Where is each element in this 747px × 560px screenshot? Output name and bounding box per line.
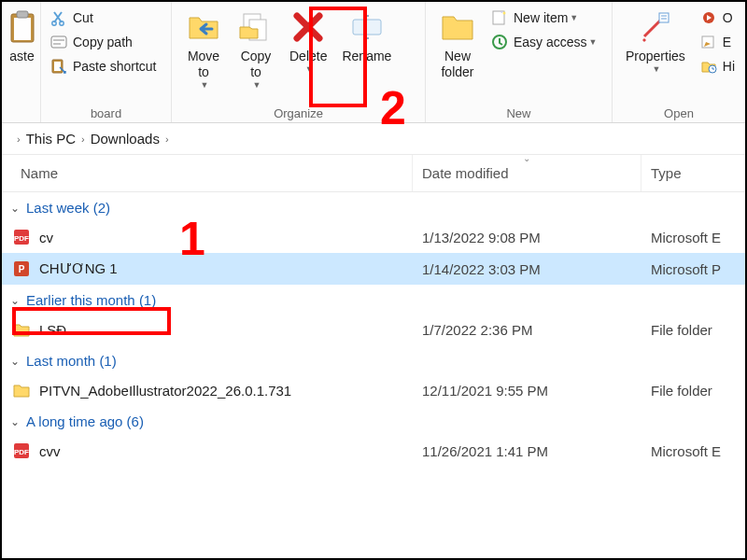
column-header-type[interactable]: Type — [641, 155, 745, 191]
dropdown-caret-icon: ▼ — [568, 13, 578, 22]
file-date: 1/14/2022 3:03 PM — [413, 261, 641, 277]
file-date: 11/26/2021 1:41 PM — [413, 443, 641, 459]
svg-point-12 — [503, 12, 506, 15]
group-label: A long time ago (6) — [26, 413, 144, 429]
properties-button[interactable]: Properties ▼ — [618, 6, 693, 77]
new-folder-label: New folder — [441, 49, 473, 80]
rename-label: Rename — [342, 49, 391, 64]
move-to-icon — [185, 7, 222, 47]
svg-rect-5 — [51, 36, 66, 48]
history-label: Hi — [723, 59, 735, 74]
new-group: New folder New item ▼ Easy access ▼ — [426, 2, 613, 122]
group-header[interactable]: ⌄Earlier this month (1) — [2, 285, 745, 314]
file-name-cell: LSĐ — [11, 319, 413, 340]
file-name-cell: PITVN_AdobeIllustrator2022_26.0.1.731 — [11, 380, 413, 400]
file-name-cell: PDFcvv — [11, 441, 413, 461]
copy-path-button[interactable]: Copy path — [47, 30, 165, 54]
paste-label: aste — [9, 49, 34, 64]
column-header-name[interactable]: Name — [2, 155, 413, 191]
clipboard-group-label: board — [41, 106, 171, 120]
dropdown-caret-icon: ▼ — [303, 64, 314, 75]
column-headers: Name ⌄ Date modified Type — [2, 155, 745, 192]
svg-text:PDF: PDF — [14, 234, 29, 243]
delete-button[interactable]: Delete ▼ — [282, 6, 334, 77]
svg-rect-14 — [659, 13, 669, 22]
svg-rect-7 — [54, 62, 61, 71]
delete-x-icon — [289, 7, 327, 47]
delete-label: Delete — [289, 49, 327, 64]
svg-rect-11 — [493, 11, 504, 24]
clipboard-icon — [4, 7, 41, 47]
sort-indicator-icon: ⌄ — [523, 153, 530, 163]
dropdown-caret-icon: ▼ — [199, 80, 209, 91]
move-to-button[interactable]: Move to ▼ — [177, 6, 230, 91]
file-type: Microsoft E — [641, 443, 745, 459]
new-item-button[interactable]: New item ▼ — [487, 6, 599, 30]
chevron-down-icon: ⌄ — [7, 294, 22, 307]
rename-button[interactable]: Rename — [334, 6, 399, 66]
svg-text:P: P — [19, 264, 25, 274]
new-folder-icon — [439, 7, 476, 47]
column-header-date[interactable]: ⌄ Date modified — [413, 155, 641, 191]
dropdown-caret-icon: ▼ — [650, 64, 660, 75]
chevron-right-icon: › — [81, 133, 85, 145]
paste-shortcut-button[interactable]: Paste shortcut — [47, 54, 165, 78]
pdf-icon: PDF — [11, 441, 32, 461]
chevron-down-icon: ⌄ — [7, 202, 22, 215]
svg-point-4 — [60, 21, 63, 25]
svg-rect-16 — [702, 36, 713, 48]
file-name-cell: PCHƯƠNG 1 — [11, 259, 413, 279]
history-icon — [698, 57, 719, 76]
history-button[interactable]: Hi — [697, 54, 737, 78]
cut-button[interactable]: Cut — [47, 6, 165, 30]
paste-shortcut-label: Paste shortcut — [73, 59, 157, 74]
move-to-label: Move to — [188, 49, 219, 80]
file-name: cvv — [39, 443, 61, 459]
cut-label: Cut — [73, 10, 93, 25]
scissors-icon — [49, 8, 69, 27]
file-row[interactable]: PCHƯƠNG 11/14/2022 3:03 PMMicrosoft P — [2, 253, 745, 285]
new-item-icon — [489, 8, 510, 27]
open-icon — [698, 8, 719, 27]
organize-group-label: Organize — [172, 106, 425, 120]
file-type: File folder — [641, 383, 745, 399]
folder-icon — [11, 319, 32, 340]
file-type: Microsoft E — [641, 230, 745, 245]
easy-access-button[interactable]: Easy access ▼ — [487, 30, 599, 54]
new-folder-button[interactable]: New folder — [431, 6, 484, 82]
file-name: LSĐ — [39, 322, 66, 338]
paste-button[interactable]: aste — [9, 6, 35, 66]
open-button[interactable]: O — [697, 6, 737, 30]
breadcrumb-item[interactable]: This PC — [26, 131, 76, 147]
group-label: Last week (2) — [26, 200, 110, 216]
svg-rect-2 — [17, 11, 28, 18]
svg-text:PDF: PDF — [14, 448, 29, 456]
properties-icon — [637, 7, 674, 47]
copy-path-label: Copy path — [73, 35, 133, 49]
copy-to-icon — [237, 7, 275, 47]
file-row[interactable]: LSĐ1/7/2022 2:36 PMFile folder — [2, 314, 745, 345]
ribbon: aste Cut Copy path Paste shortcut — [2, 2, 745, 123]
chevron-down-icon: ⌄ — [7, 415, 22, 428]
easy-access-icon — [489, 33, 510, 51]
file-row[interactable]: PDFcvv11/26/2021 1:41 PMMicrosoft E — [2, 435, 745, 467]
file-list: ⌄Last week (2)PDFcv1/13/2022 9:08 PMMicr… — [2, 192, 745, 467]
file-name-cell: PDFcv — [11, 227, 413, 247]
group-header[interactable]: ⌄Last week (2) — [2, 192, 745, 221]
paste-group: aste — [4, 2, 41, 122]
svg-rect-1 — [14, 18, 31, 40]
copy-to-button[interactable]: Copy to ▼ — [230, 6, 282, 91]
breadcrumb-item[interactable]: Downloads — [91, 131, 160, 147]
edit-button[interactable]: E — [697, 30, 737, 54]
open-label: O — [723, 10, 733, 25]
file-row[interactable]: PITVN_AdobeIllustrator2022_26.0.1.73112/… — [2, 374, 745, 406]
chevron-right-icon: › — [165, 133, 169, 145]
file-type: File folder — [641, 322, 745, 338]
group-header[interactable]: ⌄Last month (1) — [2, 345, 745, 374]
open-group-label: Open — [613, 106, 745, 120]
breadcrumb[interactable]: › This PC › Downloads › — [2, 123, 745, 155]
group-header[interactable]: ⌄A long time ago (6) — [2, 406, 745, 435]
edit-label: E — [723, 35, 731, 49]
file-row[interactable]: PDFcv1/13/2022 9:08 PMMicrosoft E — [2, 221, 745, 253]
pdf-icon: PDF — [11, 227, 32, 247]
